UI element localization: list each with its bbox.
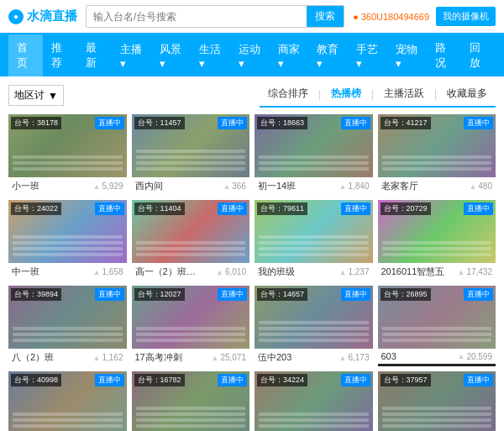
list-item[interactable]: 台号：37957 直播中 旗帜6班 ▲4,671 <box>378 371 496 431</box>
list-item[interactable]: 台号：24022 直播中 中一班 ▲1,658 <box>8 200 127 281</box>
channel-badge: 台号：37957 <box>381 374 431 386</box>
live-badge: 直播中 <box>341 202 370 215</box>
list-item[interactable]: 台号：18663 直播中 初一14班 ▲1,840 <box>255 114 373 195</box>
nav-item-手艺[interactable]: 手艺▾ <box>348 36 387 76</box>
card-thumbnail: 台号：11457 直播中 <box>132 114 250 177</box>
card-info: 老家客厅 ▲480 <box>378 177 496 195</box>
card-name: 中一班 <box>12 265 39 278</box>
video-grid: 台号：38178 直播中 小一班 ▲5,929 台号：11457 直播中 西内间… <box>8 114 496 431</box>
card-views: ▲1,237 <box>339 267 370 276</box>
card-views: ▲17,432 <box>457 267 492 276</box>
card-info: 西内间 ▲366 <box>132 177 250 195</box>
card-thumbnail: 台号：24022 直播中 <box>8 200 127 263</box>
card-views: ▲366 <box>223 181 246 191</box>
card-name: 高一（2）班青... <box>135 265 202 278</box>
card-views: ▲1,658 <box>93 267 123 276</box>
my-camera-button[interactable]: 我的摄像机 <box>436 7 496 26</box>
sort-tab-1[interactable]: 热播榜 <box>323 83 370 104</box>
sort-tab-2[interactable]: 主播活跃 <box>375 83 433 104</box>
nav-item-宠物[interactable]: 宠物▾ <box>387 36 427 76</box>
list-item[interactable]: 台号：11457 直播中 西内间 ▲366 <box>132 114 250 195</box>
channel-badge: 台号：38178 <box>11 117 61 129</box>
live-badge: 直播中 <box>218 202 247 215</box>
card-info: 我的班级 ▲1,237 <box>255 263 373 281</box>
card-thumbnail: 台号：38178 直播中 <box>8 114 127 177</box>
views-icon: ▲ <box>339 354 347 362</box>
main-nav: 首页推荐最新主播▾风景▾生活▾运动▾商家▾教育▾手艺▾宠物▾路况回放 <box>0 34 504 76</box>
card-thumbnail: 台号：39894 直播中 <box>8 286 127 349</box>
list-item[interactable]: 台号：79611 直播中 我的班级 ▲1,237 <box>255 200 373 281</box>
live-badge: 直播中 <box>464 117 493 129</box>
channel-badge: 台号：26895 <box>381 288 431 301</box>
live-badge: 直播中 <box>341 117 370 129</box>
card-thumbnail: 台号：79611 直播中 <box>255 200 373 263</box>
card-name: 西内间 <box>135 180 163 192</box>
list-item[interactable]: 台号：20729 直播中 2016011智慧五 ▲17,432 <box>378 200 496 281</box>
sort-tab-3[interactable]: 收藏最多 <box>438 83 496 104</box>
list-item[interactable]: 台号：26895 直播中 603 ▲20,599 <box>378 286 496 366</box>
search-button[interactable]: 搜索 <box>307 6 344 27</box>
nav-item-首页[interactable]: 首页 <box>8 34 43 76</box>
card-name: 小一班 <box>12 180 39 192</box>
list-item[interactable]: 台号：14657 直播中 伍中203 ▲6,173 <box>255 286 373 366</box>
search-input[interactable] <box>87 8 307 26</box>
nav-item-回放[interactable]: 回放 <box>461 34 496 76</box>
sort-tab-0[interactable]: 综合排序 <box>260 83 317 104</box>
list-item[interactable]: 台号：39894 直播中 八（2）班 ▲1,162 <box>8 286 127 366</box>
card-views: ▲5,929 <box>93 181 123 191</box>
list-item[interactable]: 台号：41217 直播中 老家客厅 ▲480 <box>378 114 496 195</box>
nav-item-路况[interactable]: 路况 <box>427 34 461 76</box>
list-item[interactable]: 台号：16782 直播中 范坡镇中心幼儿... ▲1,270 <box>132 371 250 431</box>
nav-item-风景[interactable]: 风景▾ <box>151 36 191 76</box>
card-views: ▲20,599 <box>457 352 492 361</box>
nav-item-主播[interactable]: 主播▾ <box>112 36 151 76</box>
channel-badge: 台号：39894 <box>11 288 61 301</box>
card-info: 2016011智慧五 ▲17,432 <box>378 263 496 281</box>
card-views: ▲25,071 <box>211 353 246 362</box>
card-info: 高一（2）班青... ▲6,010 <box>132 263 250 281</box>
views-icon: ▲ <box>93 268 101 276</box>
live-badge: 直播中 <box>341 374 370 386</box>
area-select[interactable]: 地区讨 ▼ <box>8 85 64 106</box>
views-icon: ▲ <box>211 354 218 362</box>
card-thumbnail: 台号：11404 直播中 <box>132 200 250 263</box>
views-icon: ▲ <box>216 268 223 276</box>
card-name: 初一14班 <box>258 180 296 192</box>
list-item[interactable]: 台号：12027 直播中 17高考冲刺 ▲25,071 <box>132 286 250 366</box>
channel-badge: 台号：16782 <box>134 374 185 386</box>
card-thumbnail: 台号：34224 直播中 <box>255 371 373 431</box>
nav-item-最新[interactable]: 最新 <box>77 34 112 76</box>
logo[interactable]: ● 水滴直播 <box>8 8 77 24</box>
card-name: 我的班级 <box>258 265 295 278</box>
channel-badge: 台号：20729 <box>381 202 431 215</box>
logo-text: 水滴直播 <box>27 8 77 24</box>
nav-item-商家[interactable]: 商家▾ <box>270 36 309 76</box>
live-badge: 直播中 <box>95 288 124 301</box>
channel-badge: 台号：41217 <box>381 117 431 129</box>
views-icon: ▲ <box>339 182 347 191</box>
live-badge: 直播中 <box>95 202 124 215</box>
card-views: ▲480 <box>469 181 492 191</box>
nav-item-教育[interactable]: 教育▾ <box>308 36 348 76</box>
card-thumbnail: 台号：37957 直播中 <box>378 371 496 431</box>
card-name: 17高考冲刺 <box>135 351 182 364</box>
list-item[interactable]: 台号：34224 直播中 教室动态 ▲5,632 <box>255 371 373 431</box>
nav-item-生活[interactable]: 生活▾ <box>191 36 230 76</box>
card-views: ▲6,173 <box>339 353 370 362</box>
content-area: 地区讨 ▼ 综合排序 | 热播榜 | 主播活跃 | 收藏最多 台号：38178 … <box>0 76 504 431</box>
channel-badge: 台号：34224 <box>257 374 307 386</box>
nav-item-推荐[interactable]: 推荐 <box>43 34 77 76</box>
live-badge: 直播中 <box>464 374 493 386</box>
live-badge: 直播中 <box>341 288 370 301</box>
card-thumbnail: 台号：26895 直播中 <box>378 286 496 349</box>
views-icon: ▲ <box>457 352 465 360</box>
list-item[interactable]: 台号：40998 直播中 六 ▲46,658 <box>8 371 127 431</box>
card-name: 八（2）班 <box>12 351 54 364</box>
nav-item-运动[interactable]: 运动▾ <box>230 36 270 76</box>
channel-badge: 台号：79611 <box>257 202 307 215</box>
channel-badge: 台号：11404 <box>134 202 185 215</box>
list-item[interactable]: 台号：11404 直播中 高一（2）班青... ▲6,010 <box>132 200 250 281</box>
header-right: ● 360U180494669 我的摄像机 <box>353 7 496 26</box>
list-item[interactable]: 台号：38178 直播中 小一班 ▲5,929 <box>8 114 127 195</box>
views-icon: ▲ <box>223 182 230 191</box>
